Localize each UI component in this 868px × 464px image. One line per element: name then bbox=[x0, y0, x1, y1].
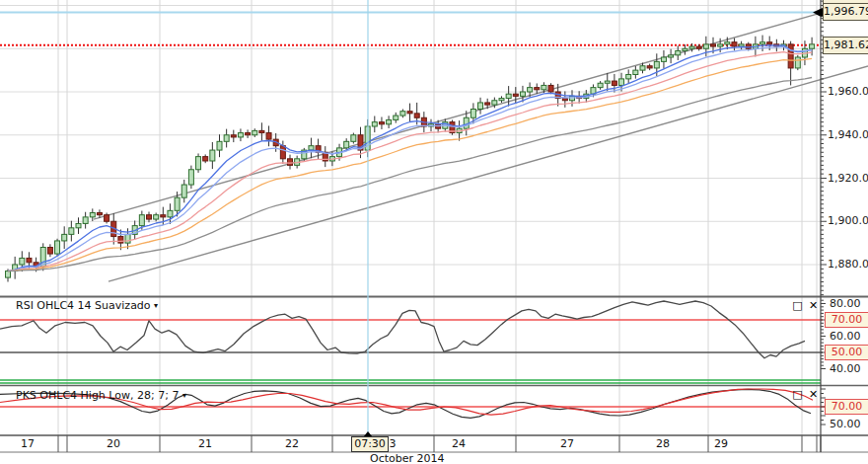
maximize-icon[interactable]: □ bbox=[791, 300, 804, 312]
rsi-level-label: 70.00 bbox=[825, 312, 868, 328]
chevron-down-icon: ▾ bbox=[182, 391, 186, 400]
rsi-tick-label: 40.00 bbox=[830, 362, 861, 375]
candlesticks bbox=[6, 36, 815, 282]
close-icon[interactable]: ✕ bbox=[807, 300, 820, 312]
current-price-label: 1,981.62 bbox=[823, 37, 868, 54]
date-axis-band bbox=[58, 435, 821, 452]
pks-level-label: 70.00 bbox=[825, 399, 868, 415]
date-label: 27 bbox=[560, 437, 574, 451]
rsi-window-controls: □ ✕ bbox=[791, 300, 820, 312]
price-tick-label: 1,920.00 bbox=[828, 172, 868, 185]
date-label: 29 bbox=[714, 437, 728, 451]
price-tick-label: 1,940.00 bbox=[828, 128, 868, 141]
chevron-down-icon: ▾ bbox=[154, 301, 158, 310]
date-label: 17 bbox=[21, 437, 35, 451]
rsi-tick-label: 80.00 bbox=[830, 297, 861, 310]
price-tick-label: 1,900.00 bbox=[828, 214, 868, 227]
date-label: 22 bbox=[285, 437, 299, 451]
rsi-title-text: RSI OHLC4 14 Suavizado bbox=[16, 299, 151, 312]
gridlines bbox=[0, 0, 821, 435]
rsi-level-label: 50.00 bbox=[825, 345, 868, 360]
trading-chart-window: 1,996.79 1,981.62 RSI OHLC4 14 Suavizado… bbox=[0, 0, 868, 464]
date-label: 24 bbox=[452, 437, 466, 451]
date-label: 20 bbox=[107, 437, 120, 451]
crosshair-time-label: 07:30 bbox=[351, 436, 389, 452]
price-axis bbox=[813, 0, 827, 452]
maximize-icon[interactable]: □ bbox=[791, 389, 804, 401]
rsi-tick-label: 60.00 bbox=[830, 330, 861, 343]
close-icon[interactable]: ✕ bbox=[807, 389, 820, 401]
date-label: 21 bbox=[198, 437, 212, 451]
date-label: 28 bbox=[656, 437, 670, 451]
alert-price-label: 1,996.79 bbox=[823, 3, 868, 21]
pks-window-controls: □ ✕ bbox=[791, 389, 820, 401]
rsi-panel-title[interactable]: RSI OHLC4 14 Suavizado ▾ bbox=[16, 299, 158, 312]
price-tick-label: 1,960.00 bbox=[828, 85, 868, 98]
date-label: 3 bbox=[390, 437, 397, 451]
pks-title-text: PKS OHLC4 High Low, 28; 7; 7 bbox=[16, 389, 179, 402]
price-tick-label: 1,880.00 bbox=[828, 258, 868, 271]
pks-panel-title[interactable]: PKS OHLC4 High Low, 28; 7; 7 ▾ bbox=[16, 389, 186, 402]
pks-tick-label: 50.00 bbox=[830, 418, 861, 430]
month-label: October 2014 bbox=[370, 452, 445, 464]
